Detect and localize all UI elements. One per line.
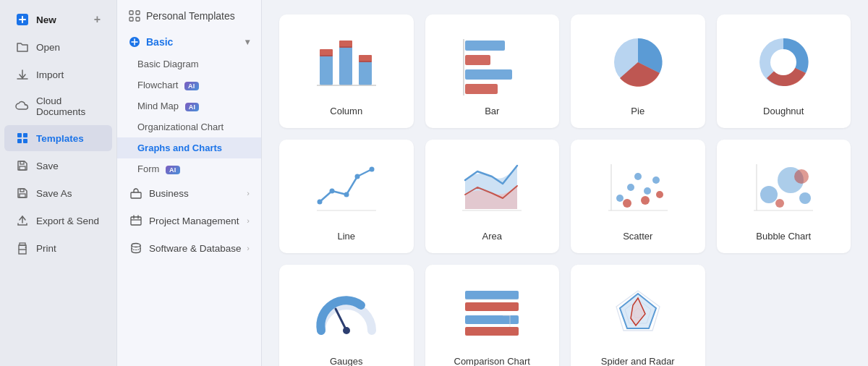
sidebar-item-cloud-label: Cloud Documents: [36, 95, 101, 117]
pie-visual: [582, 26, 694, 98]
category-project-label: Project Management: [149, 216, 239, 226]
ai-badge-form: AI: [166, 166, 180, 174]
template-card-comparison[interactable]: Comparison Chart: [425, 265, 560, 366]
doughnut-visual: [728, 26, 840, 98]
line-label: Line: [337, 231, 355, 242]
svg-rect-5: [17, 133, 22, 137]
sub-item-basic-diagram[interactable]: Basic Diagram: [117, 54, 261, 75]
template-card-scatter[interactable]: Scatter: [571, 140, 705, 253]
template-card-pie[interactable]: Pie: [571, 14, 705, 128]
svg-rect-73: [465, 327, 519, 336]
sidebar-item-import[interactable]: Import: [4, 61, 112, 88]
svg-rect-15: [20, 243, 25, 245]
sub-item-flowchart[interactable]: Flowchart AI: [117, 75, 261, 95]
project-icon: [129, 213, 143, 228]
sub-item-graphs-charts[interactable]: Graphs and Charts: [117, 137, 261, 158]
template-card-gauges[interactable]: Gauges: [279, 265, 414, 366]
sidebar-item-new[interactable]: New +: [4, 7, 112, 33]
svg-rect-23: [131, 217, 141, 225]
svg-point-68: [343, 327, 350, 334]
database-icon: [129, 241, 143, 255]
basic-label: Basic: [146, 36, 173, 48]
template-card-bar[interactable]: Bar: [425, 14, 560, 128]
basic-section-title[interactable]: Basic ▾: [117, 30, 261, 54]
template-card-doughnut[interactable]: Doughnut: [717, 14, 851, 128]
svg-point-27: [132, 244, 140, 247]
sub-item-org-chart-label: Organizational Chart: [137, 122, 224, 132]
bar-visual: [437, 26, 548, 98]
svg-rect-29: [320, 49, 333, 56]
sidebar-item-save[interactable]: Save: [4, 153, 112, 179]
category-business[interactable]: Business ›: [117, 179, 261, 207]
bubble-label: Bubble Chart: [756, 231, 811, 242]
sidebar-item-print[interactable]: Print: [4, 235, 112, 261]
import-icon: [16, 68, 29, 81]
sidebar: New + Open Import Cloud Documents Templa…: [0, 0, 117, 366]
sidebar-item-import-label: Import: [36, 69, 64, 80]
svg-point-44: [329, 189, 334, 194]
category-business-label: Business: [149, 188, 189, 199]
svg-rect-20: [136, 17, 140, 21]
area-label: Area: [482, 231, 502, 242]
svg-rect-18: [136, 11, 140, 14]
svg-rect-7: [17, 139, 22, 143]
template-card-line[interactable]: Line: [279, 140, 414, 253]
add-icon: +: [94, 13, 101, 26]
column-label: Column: [330, 106, 362, 116]
sub-item-graphs-charts-label: Graphs and Charts: [137, 142, 222, 153]
svg-point-62: [799, 192, 811, 204]
template-grid: Column Bar: [279, 14, 851, 366]
sub-item-flowchart-label: Flowchart: [137, 80, 178, 90]
svg-point-63: [775, 199, 784, 208]
sub-item-mind-map[interactable]: Mind Map AI: [117, 95, 261, 116]
business-chevron: ›: [247, 189, 250, 197]
svg-rect-72: [465, 315, 519, 324]
basic-chevron: ▾: [245, 37, 250, 47]
svg-point-52: [634, 173, 642, 180]
doughnut-label: Doughnut: [763, 106, 804, 116]
svg-point-43: [317, 200, 322, 205]
sidebar-item-templates[interactable]: Templates: [4, 125, 112, 151]
print-icon: [16, 242, 29, 255]
svg-point-16: [25, 247, 27, 248]
sidebar-item-open[interactable]: Open: [4, 34, 112, 60]
gauges-label: Gauges: [330, 356, 363, 366]
category-project[interactable]: Project Management ›: [117, 207, 261, 234]
sidebar-item-export[interactable]: Export & Send: [4, 208, 112, 234]
templates-icon: [16, 132, 29, 145]
ai-badge-mind-map: AI: [185, 103, 200, 111]
sub-item-form[interactable]: Form AI: [117, 158, 261, 179]
sub-item-org-chart[interactable]: Organizational Chart: [117, 116, 261, 137]
svg-rect-28: [320, 55, 333, 85]
svg-rect-35: [465, 41, 505, 51]
template-card-spider[interactable]: Spider and Radar: [571, 265, 705, 366]
template-card-bubble[interactable]: Bubble Chart: [717, 140, 851, 253]
sidebar-item-save-label: Save: [36, 161, 59, 171]
pie-label: Pie: [631, 106, 644, 116]
category-software[interactable]: Software & Database ›: [117, 234, 261, 262]
template-card-area[interactable]: Area: [425, 140, 560, 253]
svg-rect-37: [465, 69, 512, 80]
sidebar-item-templates-label: Templates: [36, 133, 84, 144]
project-chevron: ›: [247, 216, 250, 225]
scatter-visual: [582, 151, 694, 224]
sub-item-mind-map-label: Mind Map: [137, 101, 179, 111]
save-icon: [16, 159, 29, 172]
svg-point-51: [627, 184, 634, 191]
template-card-column[interactable]: Column: [279, 14, 414, 128]
spider-label: Spider and Radar: [601, 356, 675, 366]
svg-rect-30: [339, 46, 352, 85]
area-visual: [437, 151, 548, 224]
sidebar-item-saveas[interactable]: Save As: [4, 180, 112, 206]
svg-point-56: [641, 196, 650, 205]
bubble-visual: [728, 151, 840, 224]
new-icon: [16, 13, 29, 26]
personal-templates-header[interactable]: Personal Templates: [117, 0, 261, 27]
sidebar-item-cloud[interactable]: Cloud Documents: [4, 89, 112, 124]
svg-point-47: [369, 167, 374, 172]
gauges-visual: [291, 276, 402, 349]
sidebar-item-open-label: Open: [36, 42, 60, 53]
svg-line-67: [336, 309, 346, 331]
svg-point-42: [770, 49, 796, 75]
svg-rect-14: [19, 250, 26, 254]
